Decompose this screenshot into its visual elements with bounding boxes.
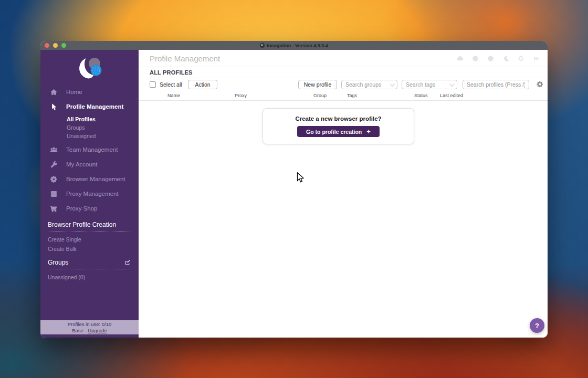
sidebar-item-label: Team Management [66, 146, 118, 153]
sidebar: Home Profile Management All Profiles Gro… [40, 50, 139, 338]
sidebar-item-label: Profile Management [66, 103, 123, 110]
column-header-proxy[interactable]: Proxy [235, 93, 247, 98]
action-button[interactable]: Action [188, 80, 217, 89]
column-header-group[interactable]: Group [313, 93, 327, 98]
home-icon [49, 88, 58, 96]
sidebar-item-proxy-management[interactable]: Proxy Management [40, 186, 139, 201]
search-tags-select[interactable]: Search tags [402, 80, 457, 89]
sidebar-item-groups[interactable]: Groups [67, 123, 139, 132]
column-header-last-edited[interactable]: Last edited [440, 93, 463, 98]
app-icon [260, 43, 265, 48]
sidebar-item-create-bulk[interactable]: Create Bulk [48, 244, 131, 254]
sidebar-item-home[interactable]: Home [40, 85, 139, 99]
plan-name: Base - [72, 328, 88, 333]
profiles-in-use: Profiles in use: 0/10 [40, 321, 139, 328]
incogniton-logo [40, 50, 139, 85]
section-groups: Groups Unassigned (0) [48, 259, 131, 282]
window-title: Incogniton - Version 4.9.0.4 [260, 43, 328, 48]
globe-icon[interactable] [471, 54, 479, 62]
sidebar-item-create-single[interactable]: Create Single [48, 235, 131, 244]
cloud-icon[interactable] [456, 54, 464, 62]
chevron-down-icon [449, 81, 455, 87]
server-icon [49, 190, 58, 198]
new-profile-button[interactable]: New profile [298, 80, 337, 89]
sidebar-item-unassigned[interactable]: Unassigned [67, 132, 139, 140]
upgrade-link[interactable]: Upgrade [88, 328, 107, 333]
sidebar-item-my-account[interactable]: My Account [40, 157, 139, 172]
profile-management-subnav: All Profiles Groups Unassigned [40, 114, 139, 142]
sidebar-item-profile-management[interactable]: Profile Management [40, 99, 139, 114]
section-title: Browser Profile Creation [48, 221, 116, 228]
edit-icon[interactable] [124, 259, 131, 266]
section-browser-profile-creation: Browser Profile Creation Create Single C… [48, 221, 131, 254]
sidebar-item-label: Browser Management [66, 176, 125, 182]
column-header-name[interactable]: Name [167, 93, 180, 98]
create-profile-prompt: Create a new browser profile? [263, 116, 414, 122]
profiles-table-header: Name Proxy Group Tags Status Last edited [139, 92, 548, 101]
search-tags-placeholder: Search tags [406, 81, 435, 88]
sidebar-item-label: Proxy Shop [66, 205, 97, 212]
search-groups-select[interactable]: Search groups [341, 80, 397, 89]
collapse-icon[interactable] [532, 54, 540, 62]
help-icon[interactable]: ? [486, 54, 495, 62]
desktop: { "window": { "title": "Incogniton - Ver… [0, 0, 588, 378]
plan-usage-banner: Profiles in use: 0/10 Base - Upgrade [40, 320, 139, 334]
plus-icon: + [366, 128, 371, 135]
sidebar-item-label: Home [66, 89, 82, 95]
search-groups-placeholder: Search groups [345, 81, 381, 88]
sidebar-item-team-management[interactable]: Team Management [40, 142, 139, 157]
section-title-bar: ALL PROFILES [139, 67, 548, 78]
sidebar-item-all-profiles[interactable]: All Profiles [67, 115, 139, 123]
section-title: Groups [48, 259, 68, 266]
header-icon-bar: ? [456, 54, 540, 62]
select-all-checkbox[interactable] [150, 81, 156, 88]
chevron-down-icon [390, 81, 395, 87]
go-to-profile-creation-button[interactable]: Go to profile creation + [297, 126, 380, 137]
profiles-toolbar: Select all Action New profile Search gro… [139, 79, 548, 92]
column-header-status[interactable]: Status [414, 93, 428, 98]
traffic-lights [45, 43, 66, 48]
sidebar-item-unassigned-count[interactable]: Unassigned (0) [48, 272, 131, 282]
dark-mode-icon[interactable] [501, 54, 510, 62]
gear-icon [49, 175, 58, 183]
team-icon [49, 145, 58, 154]
sidebar-item-label: My Account [66, 161, 97, 167]
wrench-icon [49, 160, 58, 169]
table-settings-gear-icon[interactable] [536, 80, 544, 88]
search-profiles-input[interactable] [463, 80, 529, 89]
sidebar-item-label: Proxy Management [66, 191, 119, 197]
main-content: Profile Management ? [139, 50, 548, 338]
section-title: ALL PROFILES [150, 69, 193, 76]
cart-icon [49, 204, 58, 213]
window-title-text: Incogniton - Version 4.9.0.4 [267, 43, 328, 48]
create-profile-card: Create a new browser profile? Go to prof… [262, 108, 414, 144]
refresh-icon[interactable] [517, 54, 525, 62]
help-button[interactable]: ? [530, 318, 544, 333]
page-title: Profile Management [150, 54, 220, 63]
maximize-button[interactable] [61, 43, 66, 48]
window-titlebar[interactable]: Incogniton - Version 4.9.0.4 [40, 41, 548, 50]
button-label: Go to profile creation [306, 129, 362, 135]
minimize-button[interactable] [53, 43, 58, 48]
cursor-icon [49, 102, 58, 111]
main-header: Profile Management ? [139, 50, 548, 67]
column-header-tags[interactable]: Tags [347, 93, 357, 98]
sidebar-item-proxy-shop[interactable]: Proxy Shop [40, 201, 139, 216]
svg-text:?: ? [489, 57, 491, 60]
sidebar-item-browser-management[interactable]: Browser Management [40, 172, 139, 186]
incogniton-window: Incogniton - Version 4.9.0.4 Home [40, 41, 548, 338]
close-button[interactable] [45, 43, 49, 48]
select-all-label: Select all [160, 81, 182, 88]
